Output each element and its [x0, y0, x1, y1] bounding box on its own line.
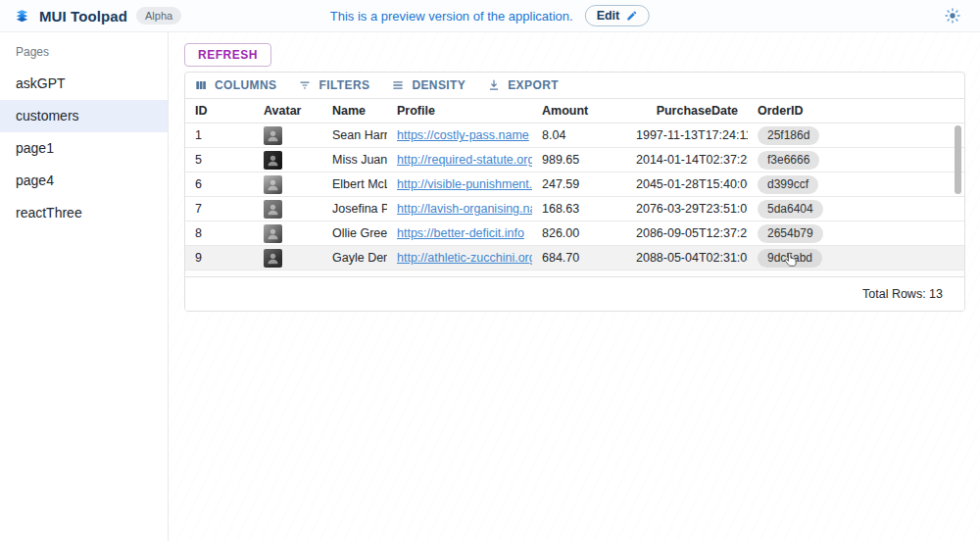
cell-amount: 826.00 — [532, 226, 626, 240]
sidebar-item-label: reactThree — [16, 205, 82, 221]
profile-link[interactable]: http://required-statute.org — [397, 153, 532, 167]
table-row[interactable]: 6 Elbert McL… http://visible-punishment.… — [185, 172, 964, 197]
density-button-label: DENSITY — [412, 78, 466, 92]
column-header-avatar[interactable]: Avatar — [254, 104, 322, 118]
cell-name: Miss Juan … — [322, 153, 387, 167]
cell-name: Gayle Den… — [322, 251, 387, 265]
density-lines-icon — [391, 78, 405, 92]
cell-id: 1 — [185, 128, 254, 142]
order-id-chip[interactable]: d399ccf — [758, 175, 818, 194]
column-header-id[interactable]: ID — [185, 104, 254, 118]
avatar — [264, 126, 282, 145]
columns-button-label: COLUMNS — [215, 78, 276, 92]
sidebar-item-label: askGPT — [16, 75, 66, 91]
cell-amount: 684.70 — [532, 251, 626, 265]
cell-amount: 989.65 — [532, 153, 626, 167]
order-id-chip[interactable]: 9dc5abd — [758, 249, 822, 268]
density-button[interactable]: DENSITY — [391, 78, 466, 92]
sidebar-nav-list: askGPT customers page1 page4 reactThree — [0, 68, 168, 229]
brand: MUI Toolpad Alpha — [14, 7, 181, 25]
column-header-name[interactable]: Name — [322, 104, 387, 118]
light-mode-sun-icon — [945, 8, 960, 24]
sidebar-item-label: page4 — [16, 172, 54, 188]
avatar — [264, 224, 282, 243]
cell-avatar — [254, 175, 322, 194]
grid-body: 1 Sean Harris https://costly-pass.name — [185, 123, 964, 270]
cell-amount: 247.59 — [532, 177, 626, 191]
table-row[interactable]: 7 Josefina P… http://lavish-organising.n… — [185, 197, 964, 221]
cell-profile: http://required-statute.org — [387, 153, 532, 167]
cell-avatar — [254, 224, 322, 243]
download-icon — [487, 78, 501, 92]
app-window: MUI Toolpad Alpha This is a preview vers… — [0, 0, 980, 541]
total-rows-label: Total Rows: 13 — [862, 287, 943, 301]
avatar — [264, 200, 282, 219]
cell-id: 5 — [185, 153, 254, 167]
alpha-badge: Alpha — [136, 7, 181, 25]
column-header-purchasedate[interactable]: PurchaseDate — [626, 104, 748, 118]
avatar — [264, 175, 282, 194]
cell-orderid: 25f186d — [748, 126, 964, 145]
filter-list-icon — [298, 78, 312, 92]
export-button[interactable]: EXPORT — [487, 78, 559, 92]
cell-avatar — [254, 151, 322, 170]
refresh-button[interactable]: REFRESH — [184, 43, 271, 67]
order-id-chip[interactable]: 25f186d — [758, 126, 819, 145]
order-id-chip[interactable]: f3e6666 — [758, 151, 819, 170]
profile-link[interactable]: http://athletic-zucchini.org — [397, 251, 532, 265]
column-header-profile[interactable]: Profile — [387, 104, 532, 118]
cell-profile: https://better-deficit.info — [387, 226, 532, 240]
column-header-orderid[interactable]: OrderID — [748, 104, 964, 118]
cell-amount: 168.63 — [532, 202, 626, 216]
cell-purchasedate: 2086-09-05T12:37:27.015Z — [626, 226, 748, 240]
sidebar-item[interactable]: page4 — [0, 165, 168, 197]
profile-link[interactable]: https://better-deficit.info — [397, 226, 524, 240]
sidebar-item-label: page1 — [16, 140, 54, 156]
profile-link[interactable]: https://costly-pass.name — [397, 128, 529, 142]
table-row[interactable]: 9 Gayle Den… http://athletic-zucchini.or… — [185, 246, 964, 270]
cell-avatar — [254, 126, 322, 145]
theme-toggle-button[interactable] — [939, 2, 966, 29]
cell-orderid: 2654b79 — [748, 224, 964, 243]
cell-name: Josefina P… — [322, 202, 387, 216]
cell-profile: https://costly-pass.name — [387, 128, 532, 142]
sidebar-item[interactable]: customers — [0, 100, 168, 132]
main-content: REFRESH COLUMNS — [169, 32, 980, 541]
app-title: MUI Toolpad — [39, 8, 127, 25]
profile-link[interactable]: http://lavish-organising.name — [397, 202, 532, 216]
grid-scrollbar-thumb[interactable] — [955, 125, 961, 194]
sidebar-item-label: customers — [16, 108, 79, 123]
column-header-amount[interactable]: Amount — [532, 104, 626, 118]
avatar — [264, 151, 282, 170]
order-id-chip[interactable]: 5da6404 — [758, 200, 823, 219]
cell-purchasedate: 2088-05-04T02:31:03.294Z — [626, 251, 748, 265]
cell-purchasedate: 2045-01-28T15:40:06.325Z — [626, 177, 748, 191]
columns-button[interactable]: COLUMNS — [194, 78, 276, 92]
cell-name: Elbert McL… — [322, 177, 387, 191]
profile-link[interactable]: http://visible-punishment.net — [397, 177, 532, 191]
preview-banner-text: This is a preview version of the applica… — [330, 9, 573, 24]
filters-button[interactable]: FILTERS — [298, 78, 369, 92]
sidebar-section-label: Pages — [0, 32, 168, 68]
cell-profile: http://athletic-zucchini.org — [387, 251, 532, 265]
sidebar-item[interactable]: page1 — [0, 132, 168, 165]
order-id-chip[interactable]: 2654b79 — [758, 224, 823, 243]
sidebar-item[interactable]: reactThree — [0, 197, 168, 229]
cell-orderid: 5da6404 — [748, 200, 964, 219]
app-bar: MUI Toolpad Alpha This is a preview vers… — [0, 0, 980, 32]
edit-button[interactable]: Edit — [585, 5, 651, 26]
cell-avatar — [254, 249, 322, 268]
table-row[interactable]: 8 Ollie Green… https://better-deficit.in… — [185, 221, 964, 246]
cell-id: 8 — [185, 226, 254, 240]
toolpad-logo-icon — [14, 8, 30, 25]
table-row[interactable]: 5 Miss Juan … http://required-statute.or… — [185, 148, 964, 172]
sidebar-item[interactable]: askGPT — [0, 68, 168, 100]
sidebar: Pages askGPT customers page1 page4 — [0, 32, 169, 541]
clipped-row — [185, 270, 964, 275]
cell-orderid: d399ccf — [748, 175, 964, 194]
cell-purchasedate: 2076-03-29T23:51:07.968Z — [626, 202, 748, 216]
cell-amount: 8.04 — [532, 128, 626, 142]
table-row[interactable]: 1 Sean Harris https://costly-pass.name — [185, 123, 964, 148]
cell-profile: http://visible-punishment.net — [387, 177, 532, 191]
grid-scrollbar[interactable] — [955, 124, 961, 275]
